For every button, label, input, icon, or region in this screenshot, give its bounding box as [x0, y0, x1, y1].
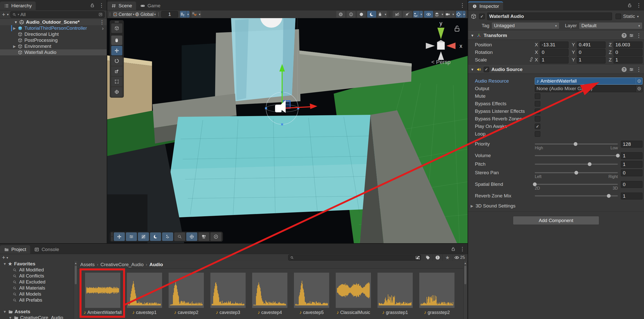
layers-dropdown-button[interactable]: ▾ — [434, 11, 444, 18]
transform-tool-button[interactable] — [111, 87, 122, 97]
play-on-awake-checkbox[interactable]: ✓ — [535, 124, 540, 129]
create-caret-icon[interactable]: ▾ — [7, 13, 9, 16]
gameobject-icon[interactable] — [471, 13, 477, 19]
breadcrumb-item[interactable]: Assets — [80, 262, 95, 267]
gizmo-lock-icon[interactable] — [455, 26, 459, 31]
view-tool-button[interactable] — [111, 23, 122, 33]
hidden-count-toggle[interactable]: 25 — [452, 254, 467, 261]
favorites-item-all-prefabs[interactable]: All Prefabs — [0, 297, 74, 303]
rotate-tool-button[interactable] — [111, 56, 122, 66]
search-by-log-button[interactable] — [433, 254, 442, 261]
snap-increment-button[interactable]: ▾ — [192, 11, 201, 18]
slider-handle[interactable] — [533, 183, 537, 186]
asset-thumbnail[interactable] — [377, 273, 413, 308]
stereo-pan-value-field[interactable]: 0 — [621, 169, 642, 176]
orientation-gizmo[interactable]: y x < Persp — [419, 21, 464, 66]
lock-icon[interactable] — [90, 3, 95, 8]
tool-handle-pivot-dropdown[interactable]: Center ▾ — [113, 11, 134, 18]
folder-creativecore-audio[interactable]: ▼ CreativeCore_Audio — [0, 315, 74, 319]
stereo-pan-slider[interactable] — [535, 172, 618, 173]
reverb-zone-mix-value-field[interactable]: 1 — [621, 193, 642, 199]
preset-icon[interactable] — [629, 67, 634, 72]
center-view-button[interactable] — [186, 232, 197, 241]
foldout-open-icon[interactable]: ▼ — [471, 68, 474, 71]
create-caret-icon[interactable]: ▾ — [7, 256, 8, 259]
scale-z-field[interactable]: 1 — [614, 57, 642, 63]
scrollbar-handle[interactable] — [75, 266, 77, 284]
open-new-window-icon[interactable] — [98, 12, 103, 17]
scene-fx-button[interactable] — [162, 232, 173, 241]
breadcrumb-item[interactable]: CreativeCore_Audio — [100, 262, 143, 267]
kebab-menu-icon[interactable]: ⋮ — [460, 2, 465, 8]
audio-resource-field[interactable]: ♪AmbientWaterfall — [535, 78, 642, 85]
rotation-y-field[interactable]: 0 — [577, 49, 605, 56]
favorites-item-all-conflicts[interactable]: All Conflicts — [0, 273, 74, 279]
component-kebab-icon[interactable]: ⋮ — [636, 66, 641, 73]
move-tool-button[interactable] — [111, 46, 122, 55]
help-icon[interactable]: ? — [622, 67, 627, 72]
create-button[interactable]: + — [2, 12, 5, 17]
scroll-up-icon[interactable]: ▲ — [74, 262, 78, 265]
kebab-menu-icon[interactable]: ⋮ — [99, 2, 104, 8]
position-x-field[interactable]: -13.31 — [540, 42, 569, 48]
foldout-closed-icon[interactable]: ▶ — [13, 26, 17, 30]
asset-thumbnail[interactable] — [252, 273, 287, 308]
kebab-menu-icon[interactable]: ⋮ — [460, 246, 465, 252]
bypass-reverb-zones-checkbox[interactable] — [535, 116, 540, 122]
camera-preview-button[interactable] — [198, 232, 209, 241]
grid-size-field[interactable]: 1 — [161, 11, 178, 18]
hierarchy-item-waterfall-audio[interactable]: Waterfall Audio — [0, 49, 107, 55]
help-icon[interactable]: ? — [622, 33, 627, 38]
favorites-item-all-models[interactable]: All Models — [0, 291, 74, 297]
layer-dropdown[interactable]: Default ▾ — [579, 22, 642, 29]
static-caret-icon[interactable]: ▾ — [637, 15, 639, 18]
3d-sound-settings-foldout[interactable]: ▶ 3D Sound Settings — [468, 202, 644, 210]
name-field[interactable]: Waterfall Audio — [487, 13, 612, 20]
scrollbar-handle[interactable] — [464, 266, 466, 284]
volume-slider[interactable] — [535, 155, 618, 156]
scale-tool-button[interactable] — [111, 66, 122, 76]
hierarchy-search-input[interactable]: ▾ All — [10, 11, 105, 18]
rotation-x-field[interactable]: 0 — [540, 49, 569, 56]
priority-slider[interactable] — [535, 144, 618, 145]
rotation-z-field[interactable]: 0 — [614, 49, 642, 56]
scene-header-row[interactable]: ▼ Audio_Outdoor_Scene* ⋮ — [0, 19, 107, 25]
component-enabled-checkbox[interactable]: ✓ — [484, 67, 489, 72]
chevron-right-icon[interactable]: › — [102, 25, 104, 31]
favorites-item-all-excluded[interactable]: All Excluded — [0, 279, 74, 285]
scene-viewport[interactable]: y x < Persp — [107, 18, 468, 243]
favorites-item-all-modified[interactable]: All Modified — [0, 267, 74, 273]
foldout-open-icon[interactable]: ▼ — [14, 20, 18, 24]
effects-toggle-button[interactable]: ▾ — [413, 11, 423, 18]
gizmos-toggle-button[interactable]: ▾ — [456, 11, 466, 18]
overlay-drag-handle[interactable] — [114, 21, 119, 23]
spatial-blend-slider[interactable] — [535, 184, 618, 185]
toolbar-drag-handle[interactable] — [109, 12, 111, 16]
volume-value-field[interactable]: 1 — [621, 152, 642, 159]
orientation-overlay-button[interactable] — [210, 232, 221, 241]
rendering-debug-button[interactable] — [367, 11, 376, 18]
scroll-up-icon[interactable]: ▲ — [464, 262, 467, 265]
loop-checkbox[interactable] — [535, 131, 540, 137]
favorites-item-all-materials[interactable]: All Materials — [0, 285, 74, 291]
foldout-open-icon[interactable]: ▼ — [9, 316, 13, 319]
lighting-toggle-button[interactable] — [150, 232, 161, 241]
search-by-label-button[interactable] — [423, 254, 433, 261]
tab-console[interactable]: Console — [30, 245, 63, 254]
scale-x-field[interactable]: 1 — [540, 57, 569, 63]
rect-tool-button[interactable] — [111, 77, 122, 86]
slider-handle[interactable] — [588, 162, 591, 166]
pitch-value-field[interactable]: 1 — [621, 161, 642, 168]
asset-thumbnail[interactable] — [169, 273, 204, 308]
slider-handle[interactable] — [574, 142, 577, 146]
slider-handle[interactable] — [575, 171, 578, 175]
hierarchy-item-postprocessing[interactable]: PostProcessing — [0, 37, 107, 43]
asset-thumbnail[interactable] — [294, 273, 329, 308]
asset-thumbnail[interactable] — [419, 273, 454, 308]
static-checkbox[interactable] — [616, 14, 621, 19]
foldout-open-icon[interactable]: ▼ — [3, 262, 7, 266]
component-tools-button[interactable] — [126, 232, 137, 241]
wireframe-button[interactable] — [347, 11, 356, 18]
projection-label[interactable]: < Persp — [431, 59, 450, 65]
create-button[interactable]: + — [2, 255, 5, 260]
